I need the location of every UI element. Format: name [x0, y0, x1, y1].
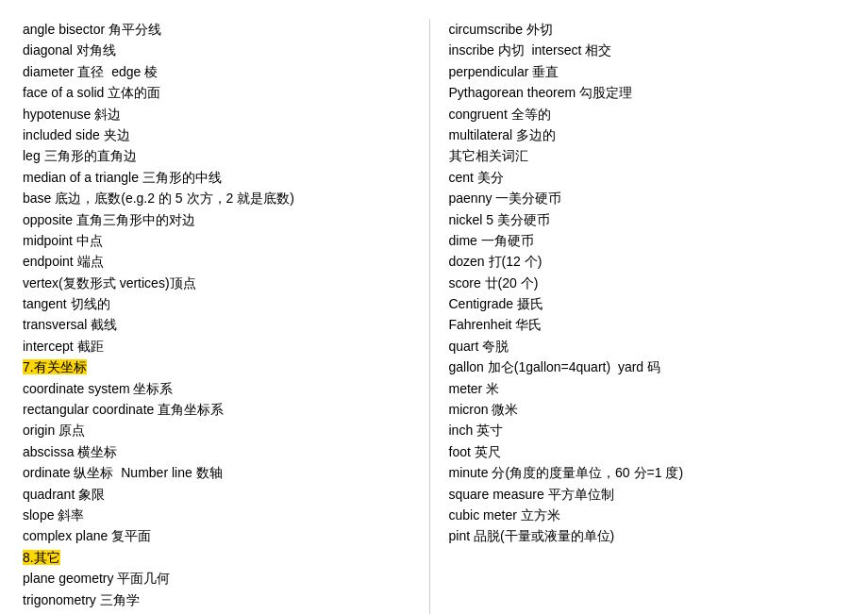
- right-column: circumscribe 外切inscribe 内切 intersect 相交p…: [430, 19, 846, 614]
- list-item: meter 米: [449, 378, 827, 399]
- list-item: cent 美分: [449, 167, 827, 188]
- list-item: gallon 加仑(1gallon=4quart) yard 码: [449, 357, 827, 377]
- list-item: Fahrenheit 华氏: [449, 314, 827, 335]
- list-item: abscissa 横坐标: [23, 441, 401, 462]
- list-item: 7.有关坐标: [23, 357, 401, 377]
- list-item: diagonal 对角线: [23, 40, 401, 60]
- list-item: foot 英尺: [449, 441, 827, 462]
- list-item: ordinate 纵坐标 Number line 数轴: [23, 462, 401, 483]
- list-item: opposite 直角三角形中的对边: [23, 209, 401, 230]
- list-item: quadrant 象限: [23, 484, 401, 505]
- left-column: angle bisector 角平分线diagonal 对角线diameter …: [23, 19, 430, 614]
- list-item: score 廿(20 个): [449, 273, 827, 293]
- list-item: rectangular coordinate 直角坐标系: [23, 399, 401, 420]
- list-item: complex plane 复平面: [23, 525, 401, 546]
- list-item: inscribe 内切 intersect 相交: [449, 40, 827, 60]
- list-item: vertex(复数形式 vertices)顶点: [23, 273, 401, 293]
- list-item: circumscribe 外切: [449, 19, 827, 40]
- list-item: square measure 平方单位制: [449, 484, 827, 505]
- list-item: Centigrade 摄氏: [449, 293, 827, 314]
- list-item: diameter 直径 edge 棱: [23, 61, 401, 82]
- list-item: 8.其它: [23, 547, 401, 568]
- list-item: dime 一角硬币: [449, 230, 827, 251]
- list-item: transversal 截线: [23, 314, 401, 335]
- list-item: midpoint 中点: [23, 230, 401, 251]
- list-item: angle bisector 角平分线: [23, 19, 401, 40]
- list-item: nickel 5 美分硬币: [449, 209, 827, 230]
- list-item: minute 分(角度的度量单位，60 分=1 度): [449, 462, 827, 483]
- list-item: included side 夹边: [23, 124, 401, 145]
- list-item: leg 三角形的直角边: [23, 145, 401, 166]
- list-item: base 底边，底数(e.g.2 的 5 次方，2 就是底数): [23, 188, 401, 208]
- list-item: bisect 平分: [23, 610, 401, 614]
- list-item: quart 夸脱: [449, 336, 827, 357]
- list-item: slope 斜率: [23, 505, 401, 525]
- list-item: Pythagorean theorem 勾股定理: [449, 82, 827, 103]
- list-item: coordinate system 坐标系: [23, 378, 401, 399]
- list-item: trigonometry 三角学: [23, 589, 401, 610]
- main-content: angle bisector 角平分线diagonal 对角线diameter …: [23, 19, 845, 614]
- list-item: perpendicular 垂直: [449, 61, 827, 82]
- list-item: congruent 全等的: [449, 104, 827, 124]
- list-item: plane geometry 平面几何: [23, 568, 401, 589]
- list-item: micron 微米: [449, 399, 827, 420]
- list-item: multilateral 多边的: [449, 124, 827, 145]
- list-item: pint 品脱(干量或液量的单位): [449, 525, 827, 546]
- list-item: cubic meter 立方米: [449, 505, 827, 525]
- list-item: 其它相关词汇: [449, 145, 827, 166]
- list-item: paenny 一美分硬币: [449, 188, 827, 208]
- list-item: dozen 打(12 个): [449, 251, 827, 272]
- list-item: face of a solid 立体的面: [23, 82, 401, 103]
- list-item: inch 英寸: [449, 420, 827, 440]
- list-item: intercept 截距: [23, 336, 401, 357]
- list-item: median of a triangle 三角形的中线: [23, 167, 401, 188]
- list-item: origin 原点: [23, 420, 401, 440]
- list-item: endpoint 端点: [23, 251, 401, 272]
- list-item: tangent 切线的: [23, 293, 401, 314]
- list-item: hypotenuse 斜边: [23, 104, 401, 124]
